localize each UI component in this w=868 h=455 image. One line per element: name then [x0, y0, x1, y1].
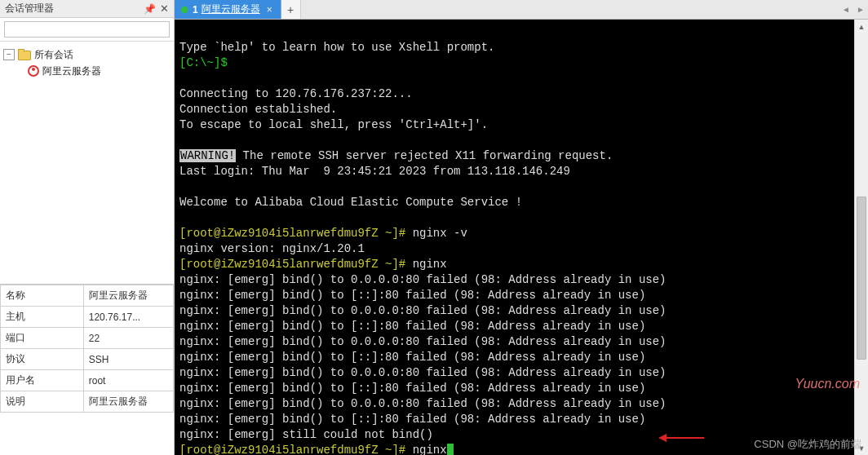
prop-key: 协议	[1, 349, 84, 370]
session-manager-panel: 会话管理器 📌 ✕ − 所有会话 阿里云服务器 名称阿里云服务器 主机120.7…	[0, 0, 175, 455]
term-prompt: [root@iZwz9104i5lanrwefdmu9fZ ~]#	[179, 258, 405, 271]
tabbar-spacer	[301, 0, 839, 19]
prop-val: 阿里云服务器	[83, 285, 173, 307]
scroll-track[interactable]	[855, 33, 868, 441]
term-line: nginx: [emerg] bind() to 0.0.0.0:80 fail…	[179, 304, 666, 317]
table-row: 名称阿里云服务器	[1, 285, 174, 307]
table-row: 协议SSH	[1, 349, 174, 370]
tree-session-item[interactable]: 阿里云服务器	[3, 63, 170, 79]
term-cmd: nginx -v	[405, 227, 467, 240]
panel-header: 会话管理器 📌 ✕	[0, 0, 174, 18]
prop-key: 说明	[1, 391, 84, 413]
scroll-down-icon[interactable]: ▼	[855, 441, 868, 455]
term-line: nginx: [emerg] bind() to [::]:80 failed …	[179, 413, 645, 426]
term-line: nginx version: nginx/1.20.1	[179, 242, 365, 255]
prop-val: 22	[83, 328, 173, 349]
tree-root-label: 所有会话	[34, 48, 73, 62]
term-line: nginx: [emerg] bind() to [::]:80 failed …	[179, 351, 645, 364]
tab-active[interactable]: 1 阿里云服务器 ×	[175, 0, 281, 19]
table-row: 说明阿里云服务器	[1, 391, 174, 413]
prop-key: 用户名	[1, 370, 84, 391]
term-line: nginx: [emerg] bind() to [::]:80 failed …	[179, 289, 645, 302]
status-dot-icon	[181, 7, 188, 13]
prop-key: 端口	[1, 328, 84, 349]
term-line: nginx: [emerg] bind() to 0.0.0.0:80 fail…	[179, 335, 666, 348]
term-line: Connection established.	[179, 103, 337, 116]
search-row	[0, 18, 174, 42]
tab-bar: 1 阿里云服务器 × + ◄ ►	[175, 0, 868, 20]
term-line: The remote SSH server rejected X11 forwa…	[236, 149, 613, 162]
prop-val: 阿里云服务器	[83, 391, 173, 413]
close-icon[interactable]: ✕	[157, 2, 170, 15]
term-line: nginx: [emerg] still could not bind()	[179, 428, 433, 441]
term-line: nginx: [emerg] bind() to [::]:80 failed …	[179, 320, 645, 333]
scroll-thumb[interactable]	[857, 197, 866, 360]
pin-icon[interactable]: 📌	[143, 2, 156, 15]
term-cmd: nginx	[405, 444, 446, 455]
tab-close-icon[interactable]: ×	[267, 4, 272, 15]
term-line: nginx: [emerg] bind() to [::]:80 failed …	[179, 382, 645, 395]
table-row: 用户名root	[1, 370, 174, 391]
term-warning: WARNING!	[179, 149, 236, 162]
search-input[interactable]	[4, 21, 170, 38]
folder-icon	[18, 49, 31, 60]
term-line: nginx: [emerg] bind() to 0.0.0.0:80 fail…	[179, 366, 666, 379]
term-line: Type `help' to learn how to use Xshell p…	[179, 41, 494, 54]
arrow-annotation-icon	[658, 434, 704, 442]
term-prompt: [root@iZwz9104i5lanrwefdmu9fZ ~]#	[179, 444, 405, 455]
term-line: Connecting to 120.76.176.237:22...	[179, 87, 413, 100]
properties-grid: 名称阿里云服务器 主机120.76.17... 端口22 协议SSH 用户名ro…	[0, 285, 174, 455]
session-tree[interactable]: − 所有会话 阿里云服务器	[0, 42, 174, 285]
tab-scroll-right-icon[interactable]: ►	[853, 0, 868, 19]
collapse-icon[interactable]: −	[3, 49, 15, 60]
term-line: Last login: Thu Mar 9 23:45:21 2023 from…	[179, 165, 570, 178]
term-prompt: [root@iZwz9104i5lanrwefdmu9fZ ~]#	[179, 227, 405, 240]
term-line: nginx: [emerg] bind() to 0.0.0.0:80 fail…	[179, 397, 666, 410]
scroll-up-icon[interactable]: ▲	[855, 20, 868, 33]
prop-val: root	[83, 370, 173, 391]
terminal[interactable]: Type `help' to learn how to use Xshell p…	[175, 20, 868, 455]
tab-index: 1	[193, 4, 198, 15]
table-row: 端口22	[1, 328, 174, 349]
tree-session-label: 阿里云服务器	[42, 64, 101, 78]
term-line: To escape to local shell, press 'Ctrl+Al…	[179, 118, 488, 131]
main-area: 1 阿里云服务器 × + ◄ ► Type `help' to learn ho…	[175, 0, 868, 455]
panel-title: 会话管理器	[5, 2, 143, 15]
tab-title: 阿里云服务器	[202, 2, 260, 16]
term-prompt: [C:\~]$	[179, 56, 228, 69]
session-icon	[28, 65, 39, 77]
new-tab-button[interactable]: +	[281, 0, 301, 19]
prop-val: 120.76.17...	[83, 307, 173, 328]
tab-scroll-left-icon[interactable]: ◄	[839, 0, 853, 19]
prop-val: SSH	[83, 349, 173, 370]
table-row: 主机120.76.17...	[1, 307, 174, 328]
vertical-scrollbar[interactable]: ▲ ▼	[854, 20, 868, 455]
cursor-icon	[447, 444, 454, 455]
prop-key: 名称	[1, 285, 84, 307]
tree-root-item[interactable]: − 所有会话	[3, 46, 170, 63]
term-line: nginx: [emerg] bind() to 0.0.0.0:80 fail…	[179, 273, 666, 286]
term-cmd: nginx	[405, 258, 446, 271]
term-line: Welcome to Alibaba Cloud Elastic Compute…	[179, 196, 522, 209]
prop-key: 主机	[1, 307, 84, 328]
